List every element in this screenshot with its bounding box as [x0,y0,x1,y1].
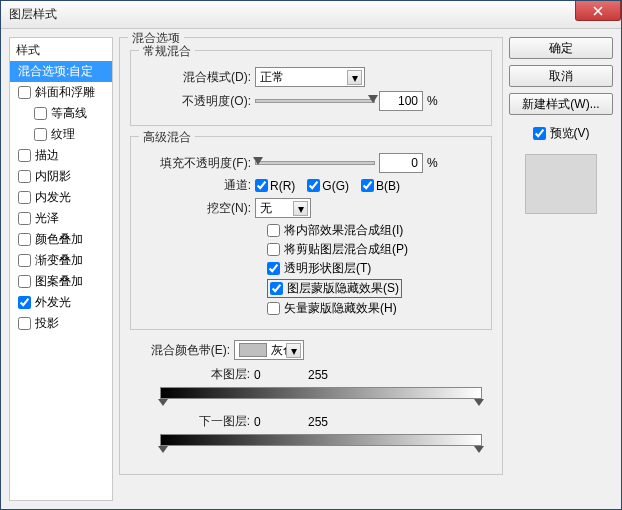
sidebar-item-0[interactable]: 混合选项:自定 [10,61,112,82]
highlighted-option: 图层蒙版隐藏效果(S) [267,279,402,298]
styles-sidebar: 样式 混合选项:自定斜面和浮雕等高线纹理描边内阴影内发光光泽颜色叠加渐变叠加图案… [9,37,113,501]
blend-if-label: 混合颜色带(E): [130,342,230,359]
cancel-button[interactable]: 取消 [509,65,613,87]
sidebar-checkbox[interactable] [18,86,31,99]
opacity-input[interactable] [379,91,423,111]
layer-style-dialog: 图层样式 样式 混合选项:自定斜面和浮雕等高线纹理描边内阴影内发光光泽颜色叠加渐… [0,0,622,510]
adv-check-label: 将剪贴图层混合成组(P) [284,241,408,258]
under-high: 255 [308,415,328,429]
blend-options-group: 混合选项 常规混合 混合模式(D): 正常 ▾ 不透明度(O): [119,37,503,475]
preview-swatch [525,154,597,214]
sidebar-item-label: 图案叠加 [35,273,83,290]
opacity-label: 不透明度(O): [141,93,251,110]
sidebar-checkbox[interactable] [18,254,31,267]
sidebar-item-label: 内阴影 [35,168,71,185]
sidebar-item-label: 纹理 [51,126,75,143]
sidebar-checkbox[interactable] [18,317,31,330]
sidebar-item-5[interactable]: 内阴影 [10,166,112,187]
adv-check-row-4: 矢量蒙版隐藏效果(H) [267,300,481,317]
opacity-slider[interactable] [255,99,375,103]
sidebar-checkbox[interactable] [18,296,31,309]
knockout-label: 挖空(N): [141,200,251,217]
sidebar-item-label: 内发光 [35,189,71,206]
close-button[interactable] [575,1,621,21]
adv-check-row-1: 将剪贴图层混合成组(P) [267,241,481,258]
sidebar-checkbox[interactable] [34,107,47,120]
under-layer-gradient[interactable] [160,434,482,446]
sidebar-item-6[interactable]: 内发光 [10,187,112,208]
channels-label: 通道: [141,177,251,194]
main-panel: 混合选项 常规混合 混合模式(D): 正常 ▾ 不透明度(O): [119,37,503,501]
fill-opacity-input[interactable] [379,153,423,173]
chevron-down-icon: ▾ [347,70,362,85]
blend-if-select[interactable]: 灰色 ▾ [234,340,304,360]
sidebar-item-7[interactable]: 光泽 [10,208,112,229]
window-title: 图层样式 [9,6,57,23]
sidebar-heading: 样式 [10,40,112,61]
knockout-select[interactable]: 无 ▾ [255,198,311,218]
adv-checkbox[interactable] [267,243,280,256]
close-icon [593,6,603,16]
sidebar-item-label: 光泽 [35,210,59,227]
sidebar-checkbox[interactable] [18,233,31,246]
preview-label: 预览(V) [550,125,590,142]
sidebar-item-11[interactable]: 外发光 [10,292,112,313]
new-style-button[interactable]: 新建样式(W)... [509,93,613,115]
sidebar-item-2[interactable]: 等高线 [10,103,112,124]
advanced-blend-group: 高级混合 填充不透明度(F): % 通道: R(R) G(G) B(B) [130,136,492,330]
adv-checkbox[interactable] [267,224,280,237]
sidebar-checkbox[interactable] [18,149,31,162]
sidebar-item-label: 混合选项:自定 [18,63,93,80]
adv-checkbox[interactable] [267,302,280,315]
adv-check-row-0: 将内部效果混合成组(I) [267,222,481,239]
sidebar-checkbox[interactable] [18,275,31,288]
adv-check-label: 透明形状图层(T) [284,260,371,277]
adv-checkbox[interactable] [270,282,283,295]
channel-r[interactable]: R(R) [255,179,295,193]
titlebar: 图层样式 [1,1,621,29]
sidebar-item-label: 投影 [35,315,59,332]
sidebar-item-8[interactable]: 颜色叠加 [10,229,112,250]
channel-b[interactable]: B(B) [361,179,400,193]
adv-check-label: 图层蒙版隐藏效果(S) [287,280,399,297]
sidebar-checkbox[interactable] [18,191,31,204]
sidebar-item-9[interactable]: 渐变叠加 [10,250,112,271]
adv-check-label: 矢量蒙版隐藏效果(H) [284,300,397,317]
opacity-unit: % [427,94,438,108]
this-low: 0 [254,368,304,382]
gray-swatch-icon [239,343,267,357]
sidebar-item-label: 等高线 [51,105,87,122]
preview-checkbox[interactable] [533,127,546,140]
ok-button[interactable]: 确定 [509,37,613,59]
sidebar-item-label: 颜色叠加 [35,231,83,248]
sidebar-item-3[interactable]: 纹理 [10,124,112,145]
under-layer-label: 下一图层: [150,413,250,430]
sidebar-checkbox[interactable] [18,212,31,225]
this-layer-gradient[interactable] [160,387,482,399]
sidebar-checkbox[interactable] [18,170,31,183]
adv-check-row-2: 透明形状图层(T) [267,260,481,277]
sidebar-item-label: 斜面和浮雕 [35,84,95,101]
channel-g[interactable]: G(G) [307,179,349,193]
this-high: 255 [308,368,328,382]
sidebar-item-10[interactable]: 图案叠加 [10,271,112,292]
chevron-down-icon: ▾ [293,201,308,216]
sidebar-item-label: 外发光 [35,294,71,311]
adv-check-row-3: 图层蒙版隐藏效果(S) [267,279,481,298]
right-panel: 确定 取消 新建样式(W)... 预览(V) [509,37,613,501]
general-blend-title: 常规混合 [139,43,195,60]
general-blend-group: 常规混合 混合模式(D): 正常 ▾ 不透明度(O): [130,50,492,126]
under-low: 0 [254,415,304,429]
sidebar-checkbox[interactable] [34,128,47,141]
sidebar-item-label: 渐变叠加 [35,252,83,269]
adv-checkbox[interactable] [267,262,280,275]
adv-check-label: 将内部效果混合成组(I) [284,222,403,239]
fill-opacity-unit: % [427,156,438,170]
blend-mode-label: 混合模式(D): [141,69,251,86]
sidebar-item-1[interactable]: 斜面和浮雕 [10,82,112,103]
sidebar-item-12[interactable]: 投影 [10,313,112,334]
sidebar-item-4[interactable]: 描边 [10,145,112,166]
fill-opacity-slider[interactable] [255,161,375,165]
sidebar-item-label: 描边 [35,147,59,164]
blend-mode-select[interactable]: 正常 ▾ [255,67,365,87]
